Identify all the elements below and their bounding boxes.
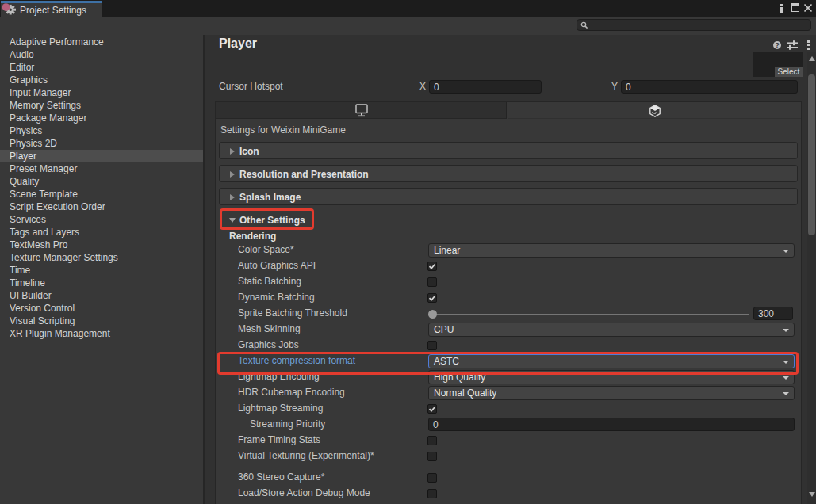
svg-text:?: ? (775, 41, 779, 49)
